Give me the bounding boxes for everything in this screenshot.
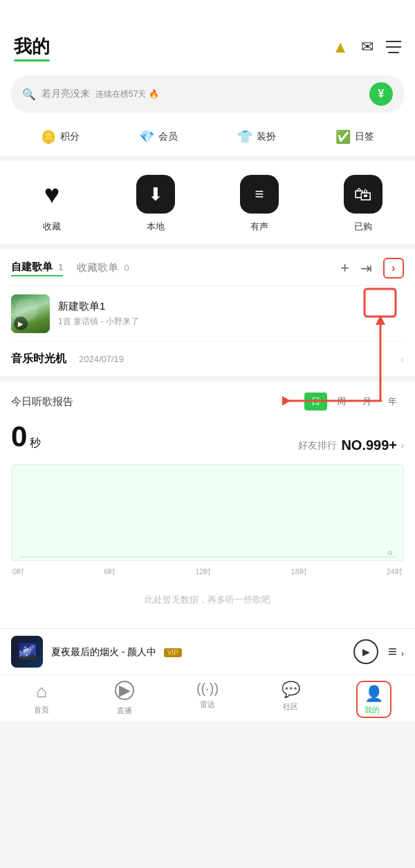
quick-link-outfit[interactable]: 👕 装扮 (208, 129, 306, 144)
function-audio[interactable]: ≡ 有声 (240, 175, 279, 233)
chart-label-24: 24时 (387, 567, 403, 577)
nav-live[interactable]: ▶ 直播 (83, 681, 166, 718)
header: 我的 ▲ ✉ (0, 0, 415, 68)
timemachine-section[interactable]: 音乐时光机 2024/07/19 › (0, 342, 415, 381)
chart-labels: 0时 6时 12时 18时 24时 (11, 567, 404, 577)
play-pause-button[interactable]: ▶ (353, 639, 378, 664)
tab-weekly[interactable]: 周 (330, 393, 353, 411)
quick-link-checkin[interactable]: ✅ 日签 (306, 129, 404, 144)
expand-playlist-button[interactable]: › (383, 258, 404, 279)
nav-home-label: 首页 (34, 705, 49, 715)
timemachine-title: 音乐时光机 (11, 352, 66, 366)
report-num: 0 (11, 420, 27, 453)
purchased-icon-wrap: 🛍 (344, 175, 382, 214)
playlist-info: 新建歌单1 1首 童话镇 - 小野来了 (58, 300, 404, 328)
function-section: ♥ 收藏 ⬇ 本地 ≡ 有声 🛍 已购 (0, 161, 415, 249)
tab-monthly[interactable]: 月 (356, 393, 378, 411)
function-favorites[interactable]: ♥ 收藏 (33, 175, 71, 233)
vip-label: 会员 (158, 131, 178, 143)
tab-self-playlist[interactable]: 自建歌单 1 (11, 261, 63, 276)
bottom-nav: ⌂ 首页 ▶ 直播 ((·)) 雷达 💬 社区 👤 我的 (0, 674, 415, 721)
community-icon: 💬 (282, 681, 300, 699)
playlist-item[interactable]: ▶ 新建歌单1 1首 童话镇 - 小野来了 (11, 286, 404, 342)
now-playing-art: 🌌 (18, 643, 37, 661)
chart-area: 0 (11, 464, 404, 561)
report-unit: 秒 (30, 436, 41, 451)
queue-arrow-icon: › (401, 649, 404, 659)
nav-radar-label: 雷达 (200, 699, 215, 710)
report-tabs: 日 周 月 年 (304, 393, 404, 411)
playlist-name: 新建歌单1 (58, 300, 404, 313)
report-time: 0 秒 (11, 420, 41, 453)
playlist-sub: 1首 童话镇 - 小野来了 (58, 316, 404, 328)
now-playing-bar[interactable]: 🌌 夏夜最后的烟火 - 颜人中 VIP ▶ ≡ › (0, 628, 415, 674)
now-playing-title: 夏夜最后的烟火 - 颜人中 VIP (51, 645, 182, 657)
mine-icon: 👤 (365, 685, 383, 702)
nav-home[interactable]: ⌂ 首页 (0, 681, 83, 718)
nav-community-label: 社区 (283, 701, 298, 712)
menu-icon[interactable] (386, 39, 401, 55)
add-playlist-button[interactable]: + (340, 259, 349, 277)
heart-icon: ♥ (44, 180, 60, 209)
svg-text:0: 0 (388, 549, 392, 556)
play-icon: ▶ (362, 646, 370, 657)
playlist-section: 自建歌单 1 收藏歌单 0 + ⇥ › ▶ 新建歌单1 1首 童话镇 - 小野来… (0, 249, 415, 342)
favorites-icon-wrap: ♥ (33, 175, 71, 214)
now-playing-controls: ▶ ≡ › (353, 639, 404, 664)
rank-label: 好友排行 (298, 440, 337, 452)
timemachine-date: 2024/07/19 (79, 354, 124, 364)
search-pay-button[interactable]: ¥ (369, 82, 393, 106)
tab-collect-playlist[interactable]: 收藏歌单 0 (77, 261, 129, 276)
timemachine-arrow-icon: › (400, 353, 404, 366)
page-title: 我的 (14, 35, 50, 59)
playlist-thumbnail: ▶ (11, 294, 50, 333)
search-badge: 连续在榜57天 🔥 (95, 88, 159, 100)
tab-yearly[interactable]: 年 (381, 393, 404, 411)
function-local[interactable]: ⬇ 本地 (136, 175, 175, 233)
mail-icon[interactable]: ✉ (361, 38, 374, 56)
purchased-label: 已购 (354, 220, 372, 233)
queue-button[interactable]: ≡ › (388, 643, 404, 661)
audio-icon-wrap: ≡ (240, 175, 279, 214)
search-bar[interactable]: 🔍 若月亮没来 连续在榜57天 🔥 ¥ (11, 75, 404, 113)
chevron-right-icon: › (391, 262, 395, 274)
svg-rect-0 (12, 465, 403, 560)
chart-label-18: 18时 (291, 567, 307, 577)
timemachine-left: 音乐时光机 2024/07/19 (11, 352, 124, 366)
radar-icon: ((·)) (196, 681, 219, 697)
search-section: 🔍 若月亮没来 连续在榜57天 🔥 ¥ (0, 68, 415, 122)
tent-icon[interactable]: ▲ (332, 37, 349, 57)
header-icons: ▲ ✉ (332, 37, 401, 57)
nav-radar[interactable]: ((·)) 雷达 (166, 681, 249, 718)
rank-arrow-icon: › (401, 441, 404, 451)
nav-community[interactable]: 💬 社区 (249, 681, 332, 718)
chart-label-6: 6时 (104, 567, 116, 577)
points-label: 积分 (60, 131, 80, 143)
playlist-play-overlay: ▶ (14, 317, 28, 330)
report-stats: 0 秒 好友排行 NO.999+ › (11, 420, 404, 453)
home-icon: ⌂ (36, 681, 47, 702)
live-icon: ▶ (115, 681, 134, 700)
chart-svg: 0 (12, 465, 403, 560)
queue-icon: ≡ (388, 643, 397, 660)
audio-label: 有声 (250, 220, 268, 233)
playlist-actions: + ⇥ › (340, 258, 404, 279)
tab-daily[interactable]: 日 (304, 393, 327, 411)
chart-label-12: 12时 (195, 567, 211, 577)
audio-icon: ≡ (255, 185, 264, 203)
vip-icon: 💎 (139, 129, 154, 144)
import-playlist-button[interactable]: ⇥ (360, 260, 372, 276)
vip-badge: VIP (164, 648, 182, 657)
function-purchased[interactable]: 🛍 已购 (344, 175, 382, 233)
self-count: 1 (58, 262, 63, 272)
quick-links: 🪙 积分 💎 会员 👕 装扮 ✅ 日签 (0, 122, 415, 161)
chart-empty-text: 此处暂无数据，再多听一些歌吧 (11, 588, 404, 617)
report-rank[interactable]: 好友排行 NO.999+ › (298, 437, 404, 453)
quick-link-vip[interactable]: 💎 会员 (109, 129, 208, 144)
nav-mine[interactable]: 👤 我的 (332, 681, 415, 718)
outfit-label: 装扮 (257, 131, 276, 143)
quick-link-points[interactable]: 🪙 积分 (11, 129, 109, 144)
outfit-icon: 👕 (237, 129, 252, 144)
search-query: 若月亮没来 (42, 88, 90, 100)
favorites-label: 收藏 (43, 220, 61, 233)
